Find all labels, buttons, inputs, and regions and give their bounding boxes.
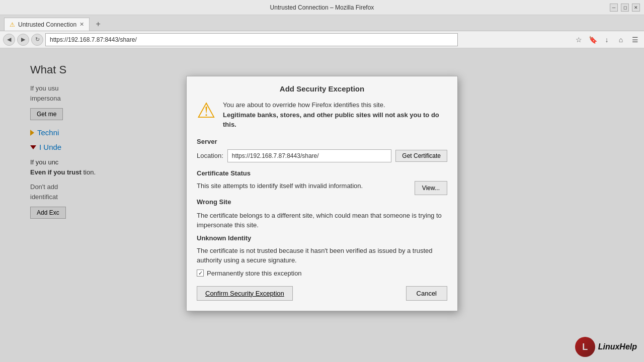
forward-button[interactable]: ▶	[17, 34, 29, 46]
reload-button[interactable]: ↻	[31, 34, 43, 46]
page-content: What S If you usu impersona Get me Techn…	[0, 48, 644, 362]
tab-close-button[interactable]: ✕	[79, 21, 84, 28]
checkbox-label: Permanently store this exception	[207, 269, 302, 277]
dialog-warning-text: You are about to override how Firefox id…	[223, 100, 447, 130]
dialog-footer: Confirm Security Exception Cancel	[197, 286, 447, 301]
warning-bold-text: Legitimate banks, stores, and other publ…	[223, 111, 439, 129]
cert-status-label: Certificate Status	[197, 169, 447, 177]
address-value: https://192.168.7.87:8443/share/	[50, 36, 137, 43]
dialog-warning-icon: ⚠	[197, 100, 216, 121]
dialog-title: Add Security Exception	[197, 84, 447, 93]
window-title: Untrusted Connection – Mozilla Firefox	[270, 4, 374, 11]
close-button[interactable]: ✕	[632, 4, 640, 12]
home-icon[interactable]: ⌂	[615, 34, 627, 46]
star-icon[interactable]: ☆	[573, 34, 585, 46]
location-input[interactable]	[227, 149, 392, 162]
address-input[interactable]: https://192.168.7.87:8443/share/	[45, 33, 458, 46]
title-bar-controls: ─ ◻ ✕	[610, 4, 640, 12]
tab-label: Untrusted Connection	[18, 21, 76, 28]
back-icon: ◀	[7, 36, 11, 43]
back-button[interactable]: ◀	[3, 34, 15, 46]
new-tab-button[interactable]: +	[92, 18, 105, 31]
permanently-store-row: ✓ Permanently store this exception	[197, 269, 447, 277]
dialog-warning-row: ⚠ You are about to override how Firefox …	[197, 100, 447, 130]
get-certificate-button[interactable]: Get Certificate	[395, 150, 447, 162]
browser-window: Untrusted Connection – Mozilla Firefox ─…	[0, 0, 644, 362]
tabs-bar: ⚠ Untrusted Connection ✕ +	[0, 15, 644, 31]
minimize-button[interactable]: ─	[610, 4, 618, 12]
tab-untrusted-connection[interactable]: ⚠ Untrusted Connection ✕	[4, 18, 90, 31]
bookmark-icon[interactable]: 🔖	[587, 34, 599, 46]
unknown-identity-text: The certificate is not trusted because i…	[197, 246, 447, 265]
location-row: Location: Get Certificate	[197, 149, 447, 162]
wrong-site-label: Wrong Site	[197, 198, 447, 206]
cert-status-row: This site attempts to identify itself wi…	[197, 181, 447, 195]
download-icon[interactable]: ↓	[601, 34, 613, 46]
confirm-security-exception-button[interactable]: Confirm Security Exception	[197, 286, 293, 301]
toolbar-icons: ☆ 🔖 ↓ ⌂ ☰	[573, 34, 641, 46]
add-security-exception-dialog: Add Security Exception ⚠ You are about t…	[186, 76, 458, 311]
location-label-text: Location:	[197, 152, 223, 159]
cert-status-text: This site attempts to identify itself wi…	[197, 181, 409, 195]
permanently-store-checkbox[interactable]: ✓	[197, 269, 204, 277]
cancel-button[interactable]: Cancel	[406, 286, 447, 301]
title-bar: Untrusted Connection – Mozilla Firefox ─…	[0, 0, 644, 15]
forward-icon: ▶	[21, 36, 25, 43]
tab-warning-icon: ⚠	[10, 21, 15, 28]
view-button[interactable]: View...	[415, 181, 447, 195]
reload-icon: ↻	[35, 36, 40, 43]
server-label: Server	[197, 138, 447, 145]
maximize-button[interactable]: ◻	[621, 4, 629, 12]
unknown-identity-label: Unknown Identity	[197, 234, 447, 242]
wrong-site-text: The certificate belongs to a different s…	[197, 211, 447, 230]
menu-icon[interactable]: ☰	[629, 34, 641, 46]
address-bar-row: ◀ ▶ ↻ https://192.168.7.87:8443/share/ ☆…	[0, 31, 644, 48]
